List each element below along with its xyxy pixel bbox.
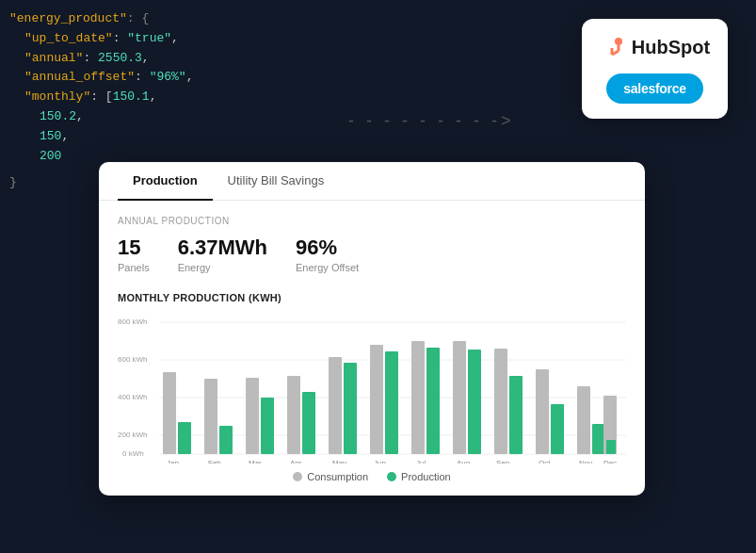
svg-rect-33 <box>551 404 564 454</box>
annual-production-section: ANNUAL PRODUCTION 15 Panels 6.37MWh Ener… <box>99 201 645 283</box>
svg-text:Dec: Dec <box>603 459 617 464</box>
annual-production-label: ANNUAL PRODUCTION <box>118 216 626 226</box>
svg-rect-31 <box>509 376 523 454</box>
consumption-dot <box>293 472 302 481</box>
svg-point-0 <box>615 38 622 45</box>
svg-rect-34 <box>577 386 590 454</box>
svg-text:600 kWh: 600 kWh <box>118 355 148 364</box>
svg-text:400 kWh: 400 kWh <box>118 393 148 401</box>
svg-text:Jun: Jun <box>374 459 386 464</box>
hubspot-logo: HubSpot <box>600 34 710 60</box>
svg-text:200 kWh: 200 kWh <box>118 431 148 439</box>
legend-production: Production <box>387 471 451 482</box>
svg-text:Mar: Mar <box>249 459 262 464</box>
stat-panels: 15 Panels <box>118 236 150 273</box>
dashboard-card: Production Utility Bill Savings ANNUAL P… <box>99 162 645 496</box>
chart-svg: 800 kWh 600 kWh 400 kWh 200 kWh 0 kWh <box>118 313 626 464</box>
svg-text:Apr: Apr <box>290 459 302 464</box>
arrow-connector: - - - - - - - - -> <box>348 111 537 131</box>
tab-production[interactable]: Production <box>118 162 213 201</box>
panels-label: Panels <box>118 262 150 273</box>
chart-legend: Consumption Production <box>118 471 626 482</box>
tab-utility-bill-savings[interactable]: Utility Bill Savings <box>213 162 340 201</box>
chart-title: MONTHLY PRODUCTION (KWH) <box>118 292 626 303</box>
svg-text:0 kWh: 0 kWh <box>122 449 144 458</box>
energy-value: 6.37MWh <box>178 236 267 260</box>
annual-stats: 15 Panels 6.37MWh Energy 96% Energy Offs… <box>118 236 626 273</box>
consumption-label: Consumption <box>307 471 368 482</box>
integrations-card: HubSpot salesforce <box>582 19 728 119</box>
svg-rect-23 <box>344 363 357 454</box>
production-label: Production <box>401 471 451 482</box>
svg-text:Sep: Sep <box>496 459 510 464</box>
svg-text:Jan: Jan <box>167 459 179 464</box>
monthly-chart-section: MONTHLY PRODUCTION (KWH) 800 kWh 600 kWh… <box>99 283 645 496</box>
stat-energy: 6.37MWh Energy <box>178 236 267 273</box>
svg-text:May: May <box>332 459 346 464</box>
svg-rect-21 <box>302 392 315 454</box>
svg-rect-25 <box>385 351 398 454</box>
panels-value: 15 <box>118 236 150 260</box>
svg-rect-15 <box>178 422 191 454</box>
salesforce-label: salesforce <box>623 81 685 96</box>
svg-text:800 kWh: 800 kWh <box>118 317 148 326</box>
svg-rect-32 <box>536 369 549 454</box>
salesforce-badge: salesforce <box>606 73 702 104</box>
energy-label: Energy <box>178 262 267 273</box>
svg-rect-35 <box>592 424 605 454</box>
svg-text:Jul: Jul <box>416 459 426 464</box>
svg-text:Nov: Nov <box>579 459 592 464</box>
svg-rect-26 <box>411 341 425 454</box>
chart-container: 800 kWh 600 kWh 400 kWh 200 kWh 0 kWh <box>118 313 626 464</box>
svg-text:Feb: Feb <box>208 459 221 464</box>
svg-rect-30 <box>494 349 507 454</box>
svg-rect-20 <box>287 376 300 454</box>
svg-rect-29 <box>468 350 481 454</box>
hubspot-label: HubSpot <box>632 37 710 58</box>
svg-text:Aug: Aug <box>457 459 470 464</box>
svg-rect-19 <box>261 398 274 454</box>
production-dot <box>387 472 396 481</box>
stat-offset: 96% Energy Offset <box>296 236 359 273</box>
offset-label: Energy Offset <box>296 262 359 273</box>
svg-text:Oct: Oct <box>539 459 551 464</box>
svg-rect-18 <box>246 378 259 454</box>
tabs-container: Production Utility Bill Savings <box>99 162 645 201</box>
svg-rect-14 <box>163 372 176 454</box>
offset-value: 96% <box>296 236 359 260</box>
svg-rect-22 <box>329 357 342 454</box>
svg-rect-17 <box>219 426 233 454</box>
legend-consumption: Consumption <box>293 471 368 482</box>
svg-rect-24 <box>370 345 383 454</box>
hubspot-icon <box>600 34 626 60</box>
svg-rect-28 <box>453 341 466 454</box>
svg-rect-27 <box>426 348 440 454</box>
svg-rect-37 <box>606 440 616 454</box>
svg-rect-16 <box>204 379 217 454</box>
